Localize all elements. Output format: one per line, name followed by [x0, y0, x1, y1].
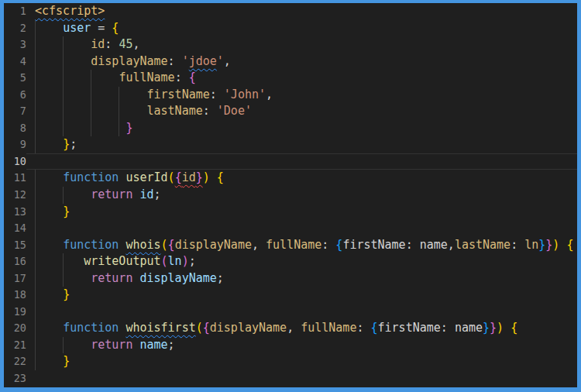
code-token: id	[139, 187, 153, 201]
code-token: :	[511, 238, 524, 252]
code-line[interactable]: 5 fullName: {	[4, 70, 577, 87]
line-number: 11	[4, 170, 26, 187]
line-number: 22	[4, 353, 26, 370]
code-line-content[interactable]: function whois({displayName, fullName: {…	[26, 237, 577, 254]
code-line[interactable]: 17 return displayName;	[4, 270, 577, 287]
code-line-content[interactable]: }	[26, 287, 577, 304]
code-line[interactable]: 23	[4, 370, 577, 387]
indent-guide	[35, 20, 36, 37]
line-number: 19	[4, 304, 26, 321]
code-line[interactable]: 9 };	[4, 136, 577, 153]
code-token: lastName	[455, 238, 511, 252]
code-line[interactable]: 16 writeOutput(ln);	[4, 253, 577, 270]
code-line[interactable]: 21 return name;	[4, 337, 577, 354]
line-number: 14	[4, 220, 26, 237]
indent-guide	[63, 36, 64, 53]
code-line[interactable]: 6 firstName: 'John',	[4, 87, 577, 104]
code-token: whoisfirst	[125, 321, 195, 335]
code-line[interactable]: 4 displayName: 'jdoe',	[4, 53, 577, 70]
code-line-content[interactable]: function whoisfirst({displayName, fullNa…	[26, 320, 577, 337]
code-line[interactable]: 18 }	[4, 287, 577, 304]
code-token: =	[91, 21, 112, 35]
code-line-content[interactable]: }	[26, 120, 577, 137]
code-token: name	[420, 238, 448, 252]
code-token: ;	[154, 187, 161, 201]
code-line[interactable]: 19	[4, 304, 577, 321]
code-token: (	[161, 254, 168, 268]
code-line[interactable]: 12 return id;	[4, 187, 577, 204]
code-line-content[interactable]: function userId({id}) {	[26, 170, 577, 187]
indentation	[35, 21, 63, 35]
code-token: {	[112, 21, 119, 35]
code-line-content[interactable]	[26, 370, 577, 387]
indent-guide	[35, 320, 36, 337]
code-token	[504, 321, 511, 335]
code-line[interactable]: 3 id: 45,	[4, 36, 577, 53]
code-token: }	[63, 354, 70, 368]
code-token: firstName	[147, 88, 210, 101]
code-token: displayName	[139, 271, 216, 285]
code-token: )	[182, 254, 189, 268]
code-token: name	[455, 321, 483, 335]
indent-guide	[35, 270, 36, 287]
code-token: ,	[132, 37, 139, 51]
code-line[interactable]: 13 }	[4, 204, 577, 221]
code-line-content[interactable]: return displayName;	[26, 270, 577, 287]
code-line[interactable]: 8 }	[4, 120, 577, 137]
code-line[interactable]: 14	[4, 220, 577, 237]
code-line-content[interactable]: <cfscript>	[26, 3, 577, 20]
code-line-content[interactable]: }	[26, 353, 577, 370]
code-token: id	[91, 37, 105, 51]
code-line[interactable]: 22 }	[4, 353, 577, 370]
code-line-content[interactable]	[26, 220, 577, 237]
code-line[interactable]: 20 function whoisfirst({displayName, ful…	[4, 320, 577, 337]
code-line-content[interactable]: fullName: {	[26, 70, 577, 87]
code-token: {	[217, 170, 224, 184]
code-token: ,	[252, 238, 266, 252]
line-number: 13	[4, 204, 26, 221]
code-token: ;	[189, 254, 196, 268]
code-editor[interactable]: 1<cfscript>2 user = {3 id: 45,4 displayN…	[4, 3, 577, 387]
code-token: fullName	[301, 321, 356, 335]
code-token: ,	[224, 54, 231, 68]
code-token: }	[490, 321, 497, 335]
code-line-content[interactable]: firstName: 'John',	[26, 87, 577, 104]
code-line-content[interactable]: id: 45,	[26, 36, 577, 53]
code-line-content[interactable]: };	[26, 136, 577, 153]
code-line-content[interactable]: writeOutput(ln);	[26, 253, 577, 270]
line-number: 6	[4, 87, 26, 104]
code-line[interactable]: 11 function userId({id}) {	[4, 170, 577, 187]
indent-guide	[63, 253, 64, 270]
code-line[interactable]: 1<cfscript>	[4, 3, 577, 20]
indent-guide	[35, 187, 36, 204]
line-number: 3	[4, 36, 26, 53]
code-line-content[interactable]: lastName: 'Doe'	[26, 103, 577, 120]
code-token: }	[483, 321, 490, 335]
code-line[interactable]: 15 function whois({displayName, fullName…	[4, 237, 577, 254]
code-token: function	[63, 321, 125, 335]
code-token: user	[63, 21, 91, 35]
code-token: {	[371, 321, 378, 335]
code-line[interactable]: 7 lastName: 'Doe'	[4, 103, 577, 120]
code-line-content[interactable]: user = {	[26, 20, 577, 37]
code-line-content[interactable]: return name;	[26, 337, 577, 354]
code-line[interactable]: 10	[4, 153, 577, 170]
indent-guide	[119, 120, 119, 137]
indent-guide	[63, 187, 64, 204]
code-token: {	[566, 238, 573, 252]
code-line-content[interactable]	[26, 153, 577, 170]
code-token: firstName	[378, 321, 441, 335]
indent-guide	[35, 170, 36, 187]
indentation	[35, 137, 63, 151]
code-line-content[interactable]: displayName: 'jdoe',	[26, 53, 577, 70]
code-line-content[interactable]: }	[26, 204, 577, 221]
code-token: }	[545, 238, 552, 252]
code-line-content[interactable]: return id;	[26, 187, 577, 204]
code-line-content[interactable]	[26, 304, 577, 321]
code-token: function	[63, 170, 125, 184]
code-token: {	[175, 170, 182, 184]
code-line[interactable]: 2 user = {	[4, 20, 577, 37]
code-token: :	[210, 88, 224, 101]
code-token: writeOutput	[84, 254, 160, 268]
code-token: }	[125, 121, 132, 135]
